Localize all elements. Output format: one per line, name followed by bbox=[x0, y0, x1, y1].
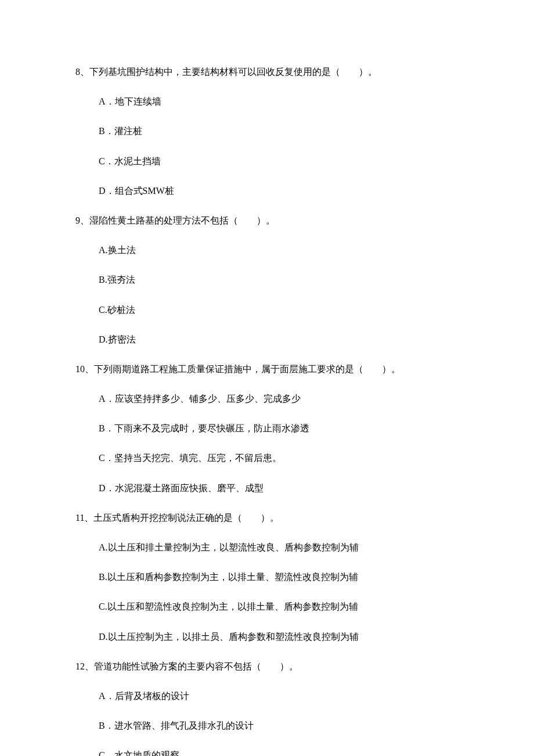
options-list: A．应该坚持拌多少、铺多少、压多少、完成多少 B．下雨来不及完成时，要尽快碾压，… bbox=[75, 391, 459, 496]
question-stem: 11、土压式盾构开挖控制说法正确的是（ ）。 bbox=[75, 510, 459, 525]
question-text: 管道功能性试验方案的主要内容不包括（ ）。 bbox=[94, 661, 298, 671]
option-c: C.以土压和塑流性改良控制为主，以排土量、盾构参数控制为辅 bbox=[99, 599, 459, 614]
question-text: 下列基坑围护结构中，主要结构材料可以回收反复使用的是（ ）。 bbox=[89, 67, 377, 77]
option-c: C.砂桩法 bbox=[99, 302, 459, 318]
options-list: A.换土法 B.强夯法 C.砂桩法 D.挤密法 bbox=[75, 242, 459, 347]
option-d: D．组合式SMW桩 bbox=[99, 183, 459, 199]
question-stem: 9、湿陷性黄土路基的处理方法不包括（ ）。 bbox=[75, 213, 459, 228]
option-b: B．灌注桩 bbox=[99, 123, 459, 139]
option-c: C．水文地质的观察 bbox=[99, 747, 459, 756]
option-a: A.换土法 bbox=[99, 242, 459, 258]
question-block: 10、下列雨期道路工程施工质量保证措施中，属于面层施工要求的是（ ）。 A．应该… bbox=[75, 361, 459, 496]
question-text: 湿陷性黄土路基的处理方法不包括（ ）。 bbox=[89, 215, 275, 225]
option-d: D.以土压控制为主，以排土员、盾构参数和塑流性改良控制为辅 bbox=[99, 629, 459, 645]
options-list: A．后背及堵板的设计 B．进水管路、排气孔及排水孔的设计 C．水文地质的观察 D… bbox=[75, 688, 459, 756]
option-b: B．进水管路、排气孔及排水孔的设计 bbox=[99, 718, 459, 733]
question-number: 9、 bbox=[75, 215, 89, 225]
question-block: 8、下列基坑围护结构中，主要结构材料可以回收反复使用的是（ ）。 A．地下连续墙… bbox=[75, 64, 459, 199]
question-number: 11、 bbox=[75, 513, 93, 523]
option-a: A.以土压和排土量控制为主，以塑流性改良、盾构参数控制为辅 bbox=[99, 539, 459, 555]
question-block: 11、土压式盾构开挖控制说法正确的是（ ）。 A.以土压和排土量控制为主，以塑流… bbox=[75, 510, 459, 645]
question-text: 下列雨期道路工程施工质量保证措施中，属于面层施工要求的是（ ）。 bbox=[94, 364, 400, 374]
question-number: 10、 bbox=[75, 364, 94, 374]
question-number: 8、 bbox=[75, 67, 89, 77]
question-text: 土压式盾构开挖控制说法正确的是（ ）。 bbox=[93, 513, 279, 523]
question-block: 9、湿陷性黄土路基的处理方法不包括（ ）。 A.换土法 B.强夯法 C.砂桩法 … bbox=[75, 213, 459, 347]
option-a: A．应该坚持拌多少、铺多少、压多少、完成多少 bbox=[99, 391, 459, 406]
question-block: 12、管道功能性试验方案的主要内容不包括（ ）。 A．后背及堵板的设计 B．进水… bbox=[75, 658, 459, 756]
question-stem: 10、下列雨期道路工程施工质量保证措施中，属于面层施工要求的是（ ）。 bbox=[75, 361, 459, 377]
question-number: 12、 bbox=[75, 661, 94, 671]
option-a: A．地下连续墙 bbox=[99, 93, 459, 109]
option-d: D．水泥混凝土路面应快振、磨平、成型 bbox=[99, 480, 459, 496]
options-list: A.以土压和排土量控制为主，以塑流性改良、盾构参数控制为辅 B.以土压和盾构参数… bbox=[75, 539, 459, 645]
question-stem: 8、下列基坑围护结构中，主要结构材料可以回收反复使用的是（ ）。 bbox=[75, 64, 459, 80]
options-list: A．地下连续墙 B．灌注桩 C．水泥土挡墙 D．组合式SMW桩 bbox=[75, 93, 459, 199]
question-stem: 12、管道功能性试验方案的主要内容不包括（ ）。 bbox=[75, 658, 459, 674]
option-b: B.强夯法 bbox=[99, 272, 459, 287]
document-page: 8、下列基坑围护结构中，主要结构材料可以回收反复使用的是（ ）。 A．地下连续墙… bbox=[0, 0, 534, 756]
option-d: D.挤密法 bbox=[99, 332, 459, 347]
option-c: C．水泥土挡墙 bbox=[99, 153, 459, 169]
option-c: C．坚持当天挖完、填完、压完，不留后患。 bbox=[99, 450, 459, 466]
option-b: B．下雨来不及完成时，要尽快碾压，防止雨水渗透 bbox=[99, 420, 459, 436]
option-a: A．后背及堵板的设计 bbox=[99, 688, 459, 704]
option-b: B.以土压和盾构参数控制为主，以排土量、塑流性改良控制为辅 bbox=[99, 569, 459, 585]
